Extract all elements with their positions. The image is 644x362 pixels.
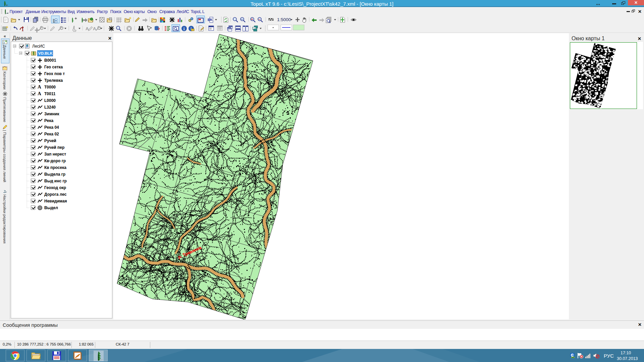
svg-text:−: −: [241, 17, 243, 21]
svg-text:1: 1: [21, 27, 24, 32]
svg-text:A: A: [93, 26, 96, 31]
svg-text:−: −: [259, 17, 261, 21]
svg-text:?: ?: [158, 27, 160, 31]
svg-text:1:5000: 1:5000: [277, 17, 291, 22]
svg-text:+: +: [251, 17, 253, 21]
